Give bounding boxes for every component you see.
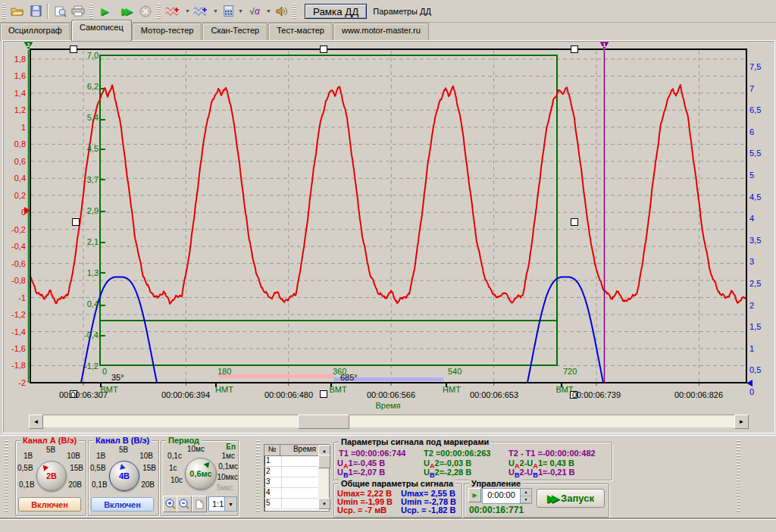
scale-label: 10с	[171, 476, 183, 484]
red-axis-label: -1,8	[0, 361, 26, 370]
control-groupbox: Управление ▶ 0:00:00 ▲▼ 00:00:16:771 ▶▶ …	[464, 483, 609, 518]
chart-horizontal-scrollbar[interactable]: ◄ ►	[29, 415, 749, 427]
toolbar-grip[interactable]	[293, 4, 296, 19]
t2-t1-value: T2 - T1 =-00:00:00:482	[508, 449, 596, 458]
red-axis-label: 0	[0, 208, 26, 217]
table-scrollbar[interactable]: ▲ ▼	[318, 445, 329, 509]
bottom-control-panel: Канал А (В/э) 5В 1В 10В 0,5В 15В 0,1В 20…	[0, 435, 776, 519]
scroll-down-icon[interactable]: ▼	[318, 498, 330, 509]
stroke-phase-label: ВМТ	[323, 385, 353, 394]
zoom-in-button[interactable]	[163, 496, 178, 512]
spin-arrows[interactable]: ▲▼	[520, 489, 531, 503]
calculator-dropdown-icon[interactable]: ▼	[237, 8, 244, 14]
timer-play-icon[interactable]: ▶	[468, 488, 481, 502]
stroke-phase-label: ВМТ	[549, 385, 580, 394]
blue-axis-label: 4,5	[749, 192, 761, 202]
panel-grip[interactable]	[256, 440, 260, 513]
period-groupbox: Период En 10мс 0,1с 1мс 1с 0,1мс 10с 10м…	[161, 440, 239, 516]
scale-label: 0,1мс	[218, 462, 238, 471]
combo-dropdown-icon[interactable]: ▼	[224, 497, 236, 511]
print-icon[interactable]	[69, 3, 87, 20]
tab-motor-tester[interactable]: Мотор-тестер	[133, 23, 202, 41]
ub2-value: UB2=-2,28 В	[424, 468, 471, 479]
tab-website[interactable]: www.motor-master.ru	[333, 23, 429, 41]
scale-ratio-combobox[interactable]: 1:1 ▼	[208, 496, 237, 512]
stop-icon[interactable]	[136, 3, 155, 20]
channel-b-range-knob[interactable]: 4В	[109, 461, 139, 491]
period-knob[interactable]: 0,6мс	[185, 458, 217, 490]
timer-spinbox[interactable]: 0:00:00 ▲▼	[482, 488, 532, 504]
stroke-phase-label: НМТ	[436, 385, 467, 394]
speaker-icon[interactable]	[272, 3, 290, 20]
play-icon[interactable]: ▶	[95, 3, 114, 20]
sqrt-alpha-icon[interactable]: √α	[244, 3, 265, 20]
red-axis-label: -0,2	[0, 225, 26, 234]
red-axis-label: 1,8	[0, 55, 26, 64]
table-scroll-thumb[interactable]	[318, 455, 330, 468]
col-header-num: №	[264, 445, 280, 455]
calculator-icon[interactable]	[219, 3, 237, 20]
spin-down-icon[interactable]: ▼	[521, 496, 531, 504]
red-axis-label: 0,4	[0, 174, 26, 183]
uavg-a: Uср. = -7 мВ	[337, 505, 386, 515]
scroll-right-arrow-icon[interactable]: ►	[734, 415, 749, 429]
blue-axis-label: 7,5	[749, 62, 761, 71]
marker-params-groupbox: Параметры сигнала под маркерами T1 =00:0…	[333, 442, 612, 480]
scroll-left-arrow-icon[interactable]: ◄	[29, 415, 43, 429]
params-dd-button[interactable]: Параметры ДД	[367, 5, 437, 17]
tab-test-master[interactable]: Тест-мастер	[268, 23, 333, 41]
scrollbar-thumb[interactable]	[298, 415, 349, 429]
red-axis-label: 1,4	[0, 89, 26, 98]
tab-scan-tester[interactable]: Скан-Тестер	[202, 23, 268, 41]
red-wave-icon[interactable]	[163, 3, 184, 20]
green-axis-label: -0,4	[65, 330, 99, 340]
toolbar-grip[interactable]	[2, 4, 6, 19]
scale-label: 10В	[139, 452, 153, 460]
channel-b-groupbox: Канал В (В/э) 5В 1В 10В 0,5В 15В 0,1В 20…	[88, 440, 159, 516]
ub2-ub1-value: UB2-UB1=-0,21 В	[508, 468, 575, 479]
channel-b-enabled-button[interactable]: Включен	[91, 497, 154, 512]
spin-up-icon[interactable]: ▲	[521, 489, 531, 496]
panel-grip[interactable]	[737, 440, 740, 513]
scale-label: 0,1В	[92, 480, 108, 489]
tab-oscillograph[interactable]: Осциллограф	[0, 23, 70, 41]
scale-label: 10мкс	[217, 473, 239, 481]
red-axis-label: 0,2	[0, 191, 26, 200]
open-folder-icon[interactable]	[8, 3, 27, 20]
blue-axis-label: 2	[749, 301, 754, 310]
scale-label: 1В	[96, 452, 105, 460]
angle-axis-label: 540	[448, 367, 462, 376]
marker-params-title: Параметры сигнала под маркерами	[339, 437, 491, 446]
scale-label: 20В	[141, 480, 155, 489]
channel-a-range-value: 2В	[46, 471, 57, 480]
toolbar-grip[interactable]	[89, 4, 93, 19]
fast-forward-icon[interactable]: ▶▶	[114, 3, 136, 20]
new-page-button[interactable]	[192, 496, 207, 512]
print-preview-icon[interactable]	[51, 3, 69, 20]
main-tab-bar: Осциллограф Самописец Мотор-тестер Скан-…	[0, 22, 776, 41]
scale-label: 0,5В	[90, 464, 106, 472]
start-button[interactable]: ▶▶ Запуск	[537, 489, 605, 508]
red-axis-label: -0,4	[0, 242, 26, 251]
zoom-out-button[interactable]	[177, 496, 192, 512]
channel-a-enabled-button[interactable]: Включен	[18, 497, 81, 512]
panel-grip[interactable]	[5, 440, 8, 513]
red-wave-dropdown-icon[interactable]: ▼	[184, 8, 191, 14]
channel-a-range-knob[interactable]: 2В	[36, 461, 67, 491]
blue-wave-icon[interactable]	[191, 3, 212, 20]
channel-b-title: Канал В (В/э)	[93, 436, 152, 445]
sqrt-alpha-dropdown-icon[interactable]: ▼	[265, 8, 272, 14]
ramka-dd-button[interactable]: Рамка ДД	[305, 4, 367, 19]
toolbar-grip[interactable]	[157, 4, 161, 19]
blue-axis-label: 1,5	[749, 322, 761, 331]
control-title: Управление	[469, 479, 523, 488]
blue-wave-dropdown-icon[interactable]: ▼	[212, 8, 219, 14]
scale-ratio-value: 1:1	[209, 499, 224, 509]
knob-pointer-icon	[41, 463, 49, 471]
t1-value: T1 =00:00:06:744	[339, 449, 405, 458]
red-axis-label: -1	[0, 293, 26, 302]
time-marks-table[interactable]: № Время 1 2 3 4 5 ▲ ▼	[264, 444, 330, 512]
tab-recorder[interactable]: Самописец	[71, 20, 132, 41]
blue-axis-label: 7	[749, 84, 754, 93]
save-icon[interactable]	[27, 3, 45, 20]
